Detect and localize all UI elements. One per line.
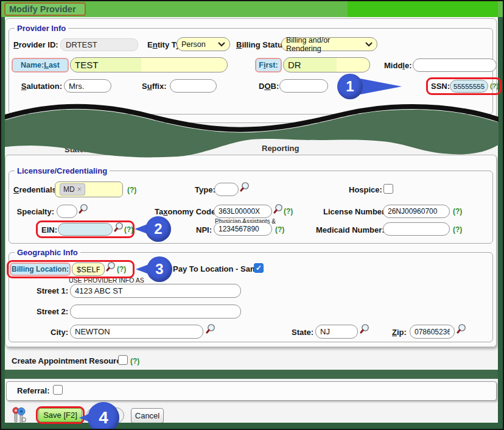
chevron-down-icon [218, 40, 225, 49]
ein-lookup-icon[interactable] [114, 222, 124, 234]
create-appointment-help-link[interactable]: (?) [130, 357, 139, 365]
salutation-input[interactable] [64, 79, 111, 93]
callout-1-arrow [360, 79, 402, 94]
green-divider-band [5, 370, 498, 379]
billing-location-help-link[interactable]: (?) [117, 265, 126, 273]
hospice-checkbox[interactable] [383, 184, 393, 194]
zip-lookup-icon[interactable] [457, 323, 466, 336]
dob-input[interactable] [279, 79, 328, 93]
ssn-label: SSN: [431, 82, 450, 91]
callout-1: 1 [337, 74, 363, 99]
medicaid-number-label: Medicaid Number: [316, 225, 385, 234]
type-lookup-icon[interactable] [240, 182, 250, 194]
left-frame [1, 17, 5, 429]
pay-to-location-checkbox[interactable]: ✓ [254, 263, 264, 273]
referral-label: Referral: [17, 386, 49, 395]
ssn-help-link[interactable]: (?) [490, 82, 499, 90]
state-input[interactable] [315, 325, 358, 339]
license-help-link[interactable]: (?) [453, 207, 462, 216]
dob-label: DOB: [259, 82, 279, 91]
city-lookup-icon[interactable] [206, 323, 215, 336]
specialty-lookup-icon[interactable] [79, 203, 88, 216]
npi-help-link[interactable]: (?) [275, 225, 284, 234]
taxonomy-code-input[interactable] [214, 205, 272, 218]
header-bar-bright-segment [348, 1, 498, 17]
npi-input[interactable] [214, 222, 272, 236]
state-label: State: [292, 328, 313, 337]
middle-name-input[interactable] [413, 58, 497, 72]
geographic-legend: Geographic Info [15, 248, 80, 257]
npi-label: NPI: [196, 225, 212, 234]
callout-4: 4 [88, 402, 119, 430]
modify-provider-window: Modify Provider Provider Info Provider I… [0, 0, 504, 430]
create-appointment-resource-label: Create Appointment Resource: [12, 356, 128, 365]
create-appointment-resource-checkbox[interactable] [118, 355, 128, 365]
cancel-button[interactable]: Cancel [131, 408, 164, 423]
type-label: Type: [195, 185, 215, 194]
ein-help-link[interactable]: (?) [124, 225, 133, 234]
zip-input[interactable] [410, 325, 455, 339]
keys-icon [10, 406, 29, 428]
specialty-input[interactable] [57, 205, 77, 218]
save-button[interactable]: Save [F2] [38, 408, 82, 422]
street1-input[interactable] [70, 284, 241, 298]
street2-input[interactable] [70, 305, 241, 319]
referral-panel [6, 381, 497, 401]
billing-location-lookup-icon[interactable] [106, 261, 116, 274]
provider-id-label: Provider ID: [13, 40, 58, 49]
chevron-down-icon [365, 40, 373, 49]
provider-id-value: DRTEST [60, 38, 138, 51]
page-title: Modify Provider [4, 2, 86, 16]
taxonomy-lookup-icon[interactable] [273, 203, 283, 216]
credentials-label: Credentials: [13, 185, 59, 194]
street1-label: Street 1: [30, 286, 68, 295]
zip-label: Zip: [392, 328, 407, 337]
credentials-input[interactable]: MD × [55, 182, 123, 197]
license-number-label: License Number: [323, 207, 387, 216]
billing-status-select[interactable]: Billing and/or Rendering [281, 37, 377, 51]
salutation-label: Salutation: [16, 82, 62, 91]
medicaid-help-link[interactable]: (?) [453, 225, 462, 234]
last-name-input[interactable] [70, 57, 228, 72]
credentials-help-link[interactable]: (?) [127, 186, 136, 194]
suffix-label: Suffix: [142, 82, 166, 91]
street2-label: Street 2: [30, 307, 68, 316]
licensure-legend: Licensure/Credentialing [15, 166, 110, 175]
chip-remove-icon[interactable]: × [77, 185, 82, 194]
callout-2: 2 [145, 216, 171, 242]
provider-info-legend: Provider Info [15, 24, 68, 33]
taxonomy-help-link[interactable]: (?) [284, 207, 293, 216]
middle-name-label: Middle: [384, 61, 412, 70]
billing-location-input[interactable] [72, 263, 105, 276]
ein-input[interactable] [58, 223, 113, 236]
referral-checkbox[interactable] [53, 385, 63, 395]
credential-chip: MD × [60, 183, 85, 196]
ein-label: EIN: [41, 225, 57, 234]
ssn-input[interactable] [450, 80, 488, 93]
state-lookup-icon[interactable] [360, 323, 369, 336]
medicaid-number-input[interactable] [383, 222, 450, 236]
city-input[interactable] [70, 325, 203, 339]
pay-to-location-label: Pay To Location - Same: [173, 264, 264, 273]
name-last-label: Name: Last [12, 58, 69, 72]
entity-type-select[interactable]: Person [177, 37, 230, 51]
license-number-input[interactable] [383, 205, 450, 218]
taxonomy-code-label: Taxonomy Code: [155, 207, 219, 216]
first-name-input[interactable] [283, 57, 370, 72]
hospice-label: Hospice: [349, 185, 382, 194]
type-input[interactable] [214, 183, 239, 196]
city-label: City: [30, 328, 68, 337]
suffix-input[interactable] [170, 79, 217, 93]
specialty-label: Specialty: [15, 207, 54, 216]
torn-page-wave [5, 102, 499, 164]
callout-3: 3 [147, 256, 172, 282]
first-name-label: First: [255, 58, 282, 72]
billing-location-label: Billing Location: [10, 263, 71, 276]
